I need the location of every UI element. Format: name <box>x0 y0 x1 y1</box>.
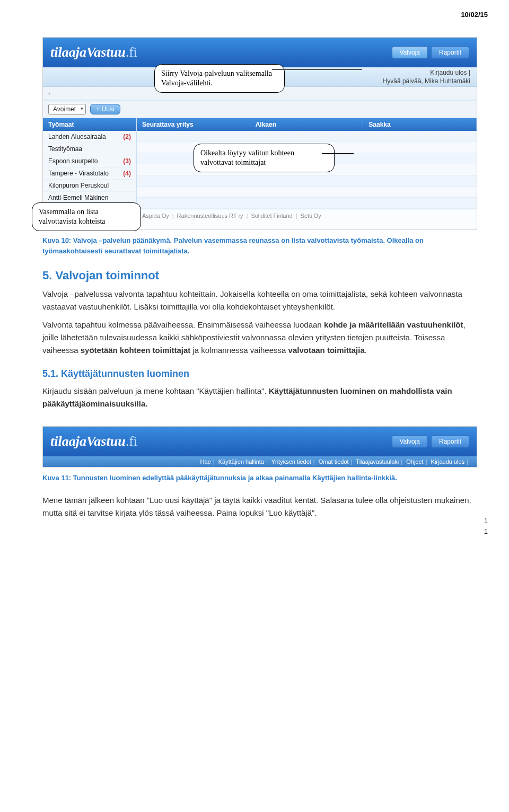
bold-text: syötetään kohteen toimittajat <box>81 346 191 355</box>
sidebar-item[interactable]: Testityömaa <box>43 143 136 155</box>
body-paragraph: Valvoja –palvelussa valvonta tapahtuu ko… <box>42 288 477 313</box>
sidebar-item-count: (3) <box>123 157 131 165</box>
sidebar-item[interactable]: Espoon suurpelto(3) <box>43 155 136 167</box>
sidebar-item-label: Testityömaa <box>48 145 82 153</box>
breadcrumb-caret: › <box>48 90 50 96</box>
app-header: tilaajaVastuu.fi Valvoja Raportit <box>43 38 477 67</box>
new-button[interactable]: + Uusi <box>90 104 120 114</box>
sidebar-item[interactable]: Kilonpuron Peruskoul <box>43 180 136 192</box>
col-company: Seurattava yritys <box>137 118 250 131</box>
brand-part1: tilaaja <box>50 45 86 60</box>
nav-link[interactable]: Ohjeet <box>406 458 423 465</box>
footer-link[interactable]: Setti Oy <box>301 213 321 219</box>
section-5-heading: 5. Valvojan toiminnot <box>42 269 477 283</box>
col-from: Alkaen <box>250 118 364 131</box>
content-footer: Aspida Oy| Rakennusteollisuus RT ry| Sol… <box>137 209 477 222</box>
tab-raportit[interactable]: Raportit <box>431 435 469 448</box>
page-date: 10/02/15 <box>461 11 488 19</box>
sidebar-item-count: (4) <box>123 170 131 177</box>
sidebar-item-label: Tampere - Virastotalo <box>48 170 109 177</box>
callout-left: Vasemmalla on lista valvottavista kohtei… <box>32 202 141 231</box>
text: ja kolmannessa vaiheessa <box>190 346 288 355</box>
sidebar-title: Työmaat <box>43 118 136 131</box>
bold-text: kohde ja määritellään vastuuhenkilöt <box>324 320 463 329</box>
footer-link[interactable]: Aspida Oy <box>142 213 169 219</box>
col-until: Saakka <box>363 118 477 131</box>
sidebar-item-label: Espoon suurpelto <box>48 157 98 165</box>
footer-link[interactable]: Rakennusteollisuus RT ry <box>177 213 243 219</box>
body-paragraph: Mene tämän jälkeen kohtaan "Luo uusi käy… <box>42 494 477 519</box>
tab-valvoja[interactable]: Valvoja <box>392 435 428 448</box>
top-nav: Hae| Käyttäjien hallinta| Yrityksen tied… <box>43 456 477 467</box>
text: Valvonta tapahtuu kolmessa päävaiheessa.… <box>42 320 324 329</box>
nav-link[interactable]: Käyttäjien hallinta <box>218 458 264 465</box>
page-number: 1 <box>484 527 488 535</box>
nav-link[interactable]: Hae <box>200 458 211 465</box>
text: . <box>365 346 367 355</box>
table-row[interactable] <box>137 175 477 187</box>
tab-raportit[interactable]: Raportit <box>431 46 469 59</box>
brand-suffix: .fi <box>126 434 137 449</box>
sidebar-item[interactable]: Tampere - Virastotalo(4) <box>43 167 136 180</box>
brand-suffix: .fi <box>126 45 137 60</box>
text: Kirjaudu sisään palveluun ja mene kohtaa… <box>42 386 269 395</box>
nav-link[interactable]: Omat tiedot <box>319 458 349 465</box>
table-row[interactable] <box>137 131 477 142</box>
nav-link[interactable]: Yrityksen tiedot <box>271 458 311 465</box>
tab-valvoja[interactable]: Valvoja <box>392 46 428 59</box>
sidebar-item[interactable]: Lahden Aluesairaala(2) <box>43 131 136 143</box>
nav-link[interactable]: Kirjaudu ulos <box>431 458 465 465</box>
sidebar-item-count: (2) <box>123 133 131 140</box>
figure-caption-10: Kuva 10: Valvoja –palvelun päänäkymä. Pa… <box>42 235 477 256</box>
sidebar-item-label: Lahden Aluesairaala <box>48 133 106 140</box>
figure-caption-11: Kuva 11: Tunnusten luominen edellyttää p… <box>42 473 477 483</box>
table-row[interactable] <box>137 198 477 209</box>
sidebar-item-label: Kilonpuron Peruskoul <box>48 182 109 189</box>
brand-part1: tilaaja <box>50 434 86 449</box>
page-number: 1 <box>484 517 488 525</box>
nav-link[interactable]: Tilaajavastuulaki <box>356 458 399 465</box>
brand-logo: tilaajaVastuu.fi <box>50 434 137 449</box>
app-header-2: tilaajaVastuu.fi Valvoja Raportit <box>43 427 477 456</box>
table-header: Seurattava yritys Alkaen Saakka <box>137 118 477 131</box>
table-row[interactable] <box>137 187 477 198</box>
callout-right: Oikealta löytyy valitun kohteen valvotta… <box>194 144 335 172</box>
screenshot-valvoja-main: tilaajaVastuu.fi Valvoja Raportit Kirjau… <box>42 37 477 230</box>
body-paragraph: Valvonta tapahtuu kolmessa päävaiheessa.… <box>42 319 477 357</box>
section-5-1-heading: 5.1. Käyttäjätunnusten luominen <box>42 368 477 379</box>
brand-part2: Vastuu <box>86 45 126 60</box>
filter-select[interactable]: Avoimet <box>48 104 86 114</box>
brand-logo: tilaajaVastuu.fi <box>50 45 137 60</box>
sidebar-item-label: Antti-Eemeli Mäkinen <box>48 194 108 201</box>
bold-text: valvotaan toimittajia <box>288 346 365 355</box>
screenshot-header-nav: tilaajaVastuu.fi Valvoja Raportit Hae| K… <box>42 426 477 467</box>
callout-top: Siirry Valvoja-palveluun valitsemalla Va… <box>154 64 285 93</box>
content-area: Seurattava yritys Alkaen Saakka Aspida O… <box>137 118 477 230</box>
body-paragraph: Kirjaudu sisään palveluun ja mene kohtaa… <box>42 385 477 410</box>
brand-part2: Vastuu <box>86 434 126 449</box>
footer-link[interactable]: Soliditet Finland <box>251 213 292 219</box>
